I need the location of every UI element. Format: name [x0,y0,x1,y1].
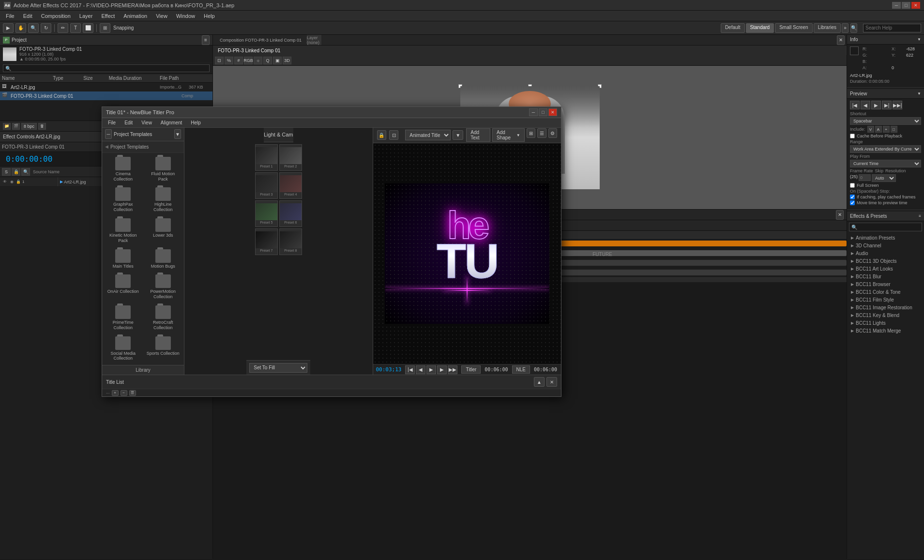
skip-input[interactable] [859,174,871,181]
close-btn[interactable]: ✕ [911,2,920,9]
exposure-btn[interactable]: ☼ [254,57,262,64]
tl-close-btn[interactable]: ✕ [836,210,844,220]
grid-btn[interactable]: # [234,57,243,64]
play-btn[interactable]: ▶ [426,365,436,374]
maximize-btn[interactable]: □ [902,2,910,9]
library-tab[interactable]: Library [102,365,184,375]
prev-frame-btn[interactable]: ◀ [861,101,870,109]
list-item[interactable]: ▶ BCC11 3D Objects [847,257,924,265]
list-item[interactable]: ▶ BCC11 Image Restoration [847,303,924,311]
title-list-expand[interactable]: ▲ [534,377,545,387]
fit-btn[interactable]: ⊡ [215,57,224,64]
list-item[interactable]: ▶ Animation Presets [847,234,924,242]
list-view-btn[interactable]: ☰ [537,128,546,138]
workspace-libraries[interactable]: Libraries [814,23,841,33]
list-item[interactable]: OnAir Collection [104,272,142,302]
shortcut-select[interactable]: Spacebar [850,117,921,125]
list-item[interactable]: ▶ 3D Channel [847,242,924,249]
workspace-more[interactable]: » [842,23,848,33]
menu-edit[interactable]: Edit [19,12,36,20]
step-fwd-btn[interactable]: ▶ [437,365,447,374]
list-item[interactable]: Preset 4 [279,172,302,199]
list-item[interactable]: Preset 7 [255,228,278,255]
range-select[interactable]: Work Area Extended By Current... [850,145,921,153]
go-start-btn[interactable]: |◀ [850,101,860,109]
solo-btn[interactable]: S [2,168,11,176]
go-end-btn[interactable]: ▶▶| [893,101,902,109]
list-item[interactable]: ▶ BCC11 Key & Blend [847,311,924,319]
play-btn[interactable]: ▶ [3,23,14,33]
percent-btn[interactable]: % [225,57,233,64]
list-item[interactable]: ▶ BCC11 Match Merge [847,327,924,334]
fullscreen-checkbox[interactable] [850,183,855,188]
solo-layer-btn[interactable]: ◉ [9,179,15,185]
list-item[interactable]: Preset 5 [255,200,278,227]
include-btn3[interactable]: + [883,126,890,133]
workspace-standard[interactable]: Standard [746,23,774,33]
menu-animation[interactable]: Animation [120,12,151,20]
menu-view[interactable]: View [152,12,171,20]
comp-tab-active[interactable]: FOTO-PR-3 Linked Comp 01 [213,45,847,55]
dialog-menu-edit[interactable]: Edit [121,120,136,126]
grid-view-btn[interactable]: ⊞ [527,128,535,138]
zoom-tool[interactable]: 🔍 [28,23,39,33]
go-start-btn[interactable]: |◀ [405,365,415,374]
channel-btn[interactable]: RGB [244,57,253,64]
list-item[interactable]: 🎬 FOTO-PR-3 Linked Comp 01 Comp [0,91,212,100]
sidebar-menu-btn[interactable]: ▼ [174,129,181,139]
list-item[interactable]: ▶ BCC11 Film Style [847,296,924,303]
shape-tool[interactable]: ⬜ [83,23,93,33]
snap-btn[interactable]: ⊞ [100,23,110,33]
titler-zoom-btn[interactable]: ⊡ [389,130,398,140]
list-item[interactable]: Sports Collection [144,334,182,363]
play-pause-btn[interactable]: ▶ [871,101,881,109]
sidebar-minimize-btn[interactable]: ─ [105,129,112,139]
list-item[interactable]: Cinema Collection [104,155,142,184]
list-item[interactable]: ▶ BCC11 Color & Tone [847,288,924,296]
effects-section-header[interactable]: Effects & Presets ≡ [847,212,924,221]
trash-btn[interactable]: 🗑 [38,123,46,130]
include-video-btn[interactable]: V [867,126,874,133]
dialog-menu-view[interactable]: View [137,120,156,126]
add-title-btn[interactable]: + [112,390,119,396]
lock-layer-btn[interactable]: 🔒 [15,179,21,185]
next-frame-btn[interactable]: ▶| [882,101,892,109]
menu-help[interactable]: Help [200,12,219,20]
3d-view-btn[interactable]: 3D [283,57,291,64]
dialog-menu-file[interactable]: File [104,120,120,126]
list-item[interactable]: Preset 6 [279,200,302,227]
workspace-default[interactable]: Default [721,23,745,33]
list-item[interactable]: PowerMotion Collection [144,272,182,302]
list-item[interactable]: Preset 8 [279,228,302,255]
hand-tool[interactable]: ✋ [15,23,26,33]
project-menu-btn[interactable]: ≡ [202,35,210,45]
list-item[interactable]: ▶ BCC11 Blur [847,272,924,280]
list-item[interactable]: GraphPax Collection [104,185,142,214]
list-item[interactable]: ▶ BCC11 Art Looks [847,265,924,272]
dialog-maximize-btn[interactable]: □ [539,108,547,116]
menu-effect[interactable]: Effect [97,12,119,20]
list-item[interactable]: Preset 1 [255,144,278,171]
play-from-select[interactable]: Current Time [850,160,921,167]
list-item[interactable]: HighLine Collection [144,185,182,214]
search-layer-btn[interactable]: 🔍 [21,168,30,176]
list-item[interactable]: Preset 2 [279,144,302,171]
include-btn4[interactable]: □ [891,126,897,133]
title-type-dropdown[interactable]: Animated Title [405,130,451,140]
title-list-close[interactable]: ✕ [546,377,557,387]
info-section-header[interactable]: Info ▼ [847,35,924,45]
if-caching-checkbox[interactable] [850,195,855,199]
tab-composition[interactable]: Composition FOTO-PR-3 Linked Comp 01 [215,37,307,44]
workspace-small-screen[interactable]: Small Screen [775,23,812,33]
list-item[interactable]: 🖼 Art2-LR.jpg Importe...G 367 KB [0,83,212,91]
menu-layer[interactable]: Layer [76,12,97,20]
search-input[interactable] [863,24,921,32]
dialog-menu-alignment[interactable]: Alignment [157,120,186,126]
step-back-btn[interactable]: ◀ [416,365,425,374]
lock-btn[interactable]: 🔒 [12,168,20,176]
list-item[interactable]: Lower 3ds [144,216,182,245]
move-time-checkbox[interactable] [850,200,855,205]
region-btn[interactable]: ▣ [273,57,282,64]
list-item[interactable]: ▶ Audio [847,249,924,257]
dialog-menu-help[interactable]: Help [187,120,205,126]
